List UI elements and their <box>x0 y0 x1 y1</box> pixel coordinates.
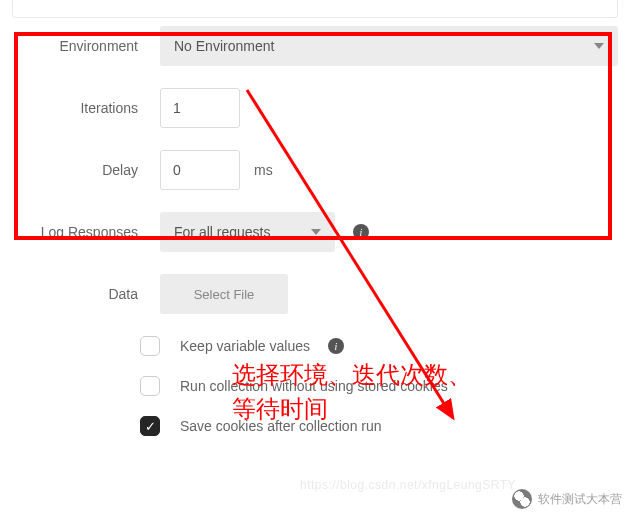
url-watermark: https://blog.csdn.net/xfngLeungSRTY <box>300 478 516 492</box>
iterations-label: Iterations <box>12 100 160 116</box>
data-label: Data <box>12 286 160 302</box>
keep-vars-label: Keep variable values <box>180 338 310 354</box>
data-row: Data Select File <box>12 274 618 314</box>
info-icon[interactable]: i <box>328 338 344 354</box>
log-responses-row: Log Responses For all requests i <box>12 212 618 252</box>
delay-row: Delay ms <box>12 150 618 190</box>
wechat-icon <box>512 489 532 509</box>
caret-down-icon <box>594 43 604 49</box>
no-cookies-row: Run collection without using stored cook… <box>12 376 618 396</box>
runner-settings-form: Environment No Environment Iterations De… <box>0 26 630 436</box>
no-cookies-checkbox[interactable] <box>140 376 160 396</box>
no-cookies-label: Run collection without using stored cook… <box>180 378 448 394</box>
iterations-input[interactable] <box>160 88 240 128</box>
save-cookies-label: Save cookies after collection run <box>180 418 382 434</box>
watermark-text: 软件测试大本营 <box>538 491 622 508</box>
info-icon[interactable]: i <box>353 224 369 240</box>
collapsed-panel-bottom <box>12 0 618 18</box>
log-responses-value: For all requests <box>174 224 270 240</box>
save-cookies-row: ✓ Save cookies after collection run <box>12 416 618 436</box>
environment-value: No Environment <box>174 38 274 54</box>
iterations-row: Iterations <box>12 88 618 128</box>
save-cookies-checkbox[interactable]: ✓ <box>140 416 160 436</box>
delay-unit: ms <box>254 162 273 178</box>
caret-down-icon <box>311 229 321 235</box>
checkmark-icon: ✓ <box>145 420 156 433</box>
environment-row: Environment No Environment <box>12 26 618 66</box>
delay-label: Delay <box>12 162 160 178</box>
environment-select[interactable]: No Environment <box>160 26 618 66</box>
keep-vars-row: Keep variable values i <box>12 336 618 356</box>
environment-label: Environment <box>12 38 160 54</box>
delay-input[interactable] <box>160 150 240 190</box>
keep-vars-checkbox[interactable] <box>140 336 160 356</box>
log-responses-label: Log Responses <box>12 224 160 240</box>
select-file-button[interactable]: Select File <box>160 274 288 314</box>
watermark: 软件测试大本营 <box>512 489 622 509</box>
log-responses-select[interactable]: For all requests <box>160 212 335 252</box>
